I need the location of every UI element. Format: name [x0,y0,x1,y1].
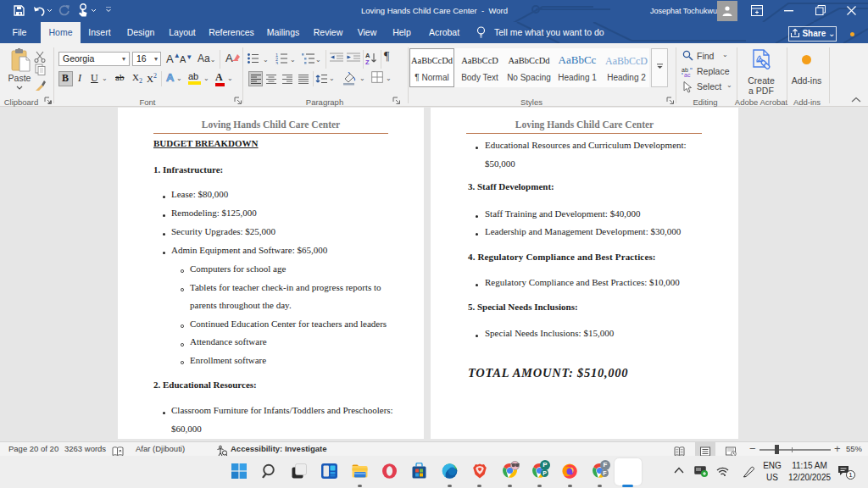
svg-text:3: 3 [275,61,278,65]
svg-text:Z: Z [365,58,370,64]
svg-text:ac: ac [684,72,691,77]
